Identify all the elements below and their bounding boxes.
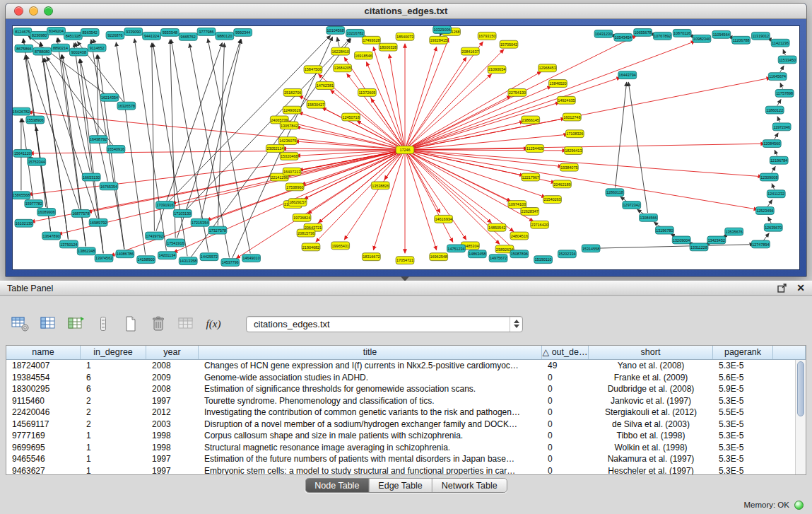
graph-node[interactable] bbox=[433, 26, 452, 33]
graph-node[interactable] bbox=[37, 209, 56, 216]
graph-node[interactable] bbox=[100, 182, 118, 190]
graph-node[interactable] bbox=[557, 96, 575, 104]
table-row[interactable]: 946554611997Estimation of the future num… bbox=[6, 453, 806, 465]
column-header-in-degree[interactable]: in_degree bbox=[81, 346, 146, 359]
column-header-short[interactable]: short bbox=[589, 346, 713, 359]
graph-node[interactable] bbox=[461, 47, 479, 55]
graph-node[interactable] bbox=[725, 228, 743, 235]
graph-node[interactable] bbox=[137, 256, 155, 264]
graph-node[interactable] bbox=[316, 82, 334, 90]
table-row[interactable]: 1938455462009Genome-wide association stu… bbox=[6, 372, 806, 384]
graph-node[interactable] bbox=[124, 28, 143, 35]
graph-node[interactable] bbox=[143, 32, 161, 40]
graph-node[interactable] bbox=[200, 253, 218, 261]
graph-node[interactable] bbox=[346, 29, 365, 37]
graph-node[interactable] bbox=[81, 28, 99, 36]
graph-node[interactable] bbox=[117, 102, 136, 110]
graph-node[interactable] bbox=[331, 47, 350, 55]
graph-node[interactable] bbox=[564, 147, 582, 155]
graph-node[interactable] bbox=[764, 223, 782, 231]
function-builder-button[interactable]: f(x) bbox=[203, 313, 224, 334]
tab-node-table[interactable]: Node Table bbox=[305, 479, 369, 492]
graph-node[interactable] bbox=[146, 232, 164, 240]
graph-node[interactable] bbox=[775, 89, 794, 97]
graph-node[interactable] bbox=[42, 232, 61, 240]
show-column-icon[interactable] bbox=[37, 313, 59, 334]
column-header-year[interactable]: year bbox=[146, 346, 199, 359]
graph-node[interactable] bbox=[208, 226, 227, 234]
graph-node[interactable] bbox=[614, 33, 632, 41]
graph-node[interactable] bbox=[521, 208, 539, 216]
graph-node[interactable] bbox=[216, 32, 234, 40]
graph-node[interactable] bbox=[772, 123, 791, 131]
graph-node[interactable] bbox=[89, 218, 107, 226]
graph-node[interactable] bbox=[116, 250, 134, 258]
graph-node[interactable] bbox=[286, 183, 304, 191]
graph-node[interactable] bbox=[89, 136, 107, 144]
network-graph-svg[interactable]: 1724611254409122179671097410314850542154… bbox=[13, 26, 799, 269]
graph-node[interactable] bbox=[15, 219, 33, 227]
graph-node[interactable] bbox=[707, 236, 726, 244]
graph-node[interactable] bbox=[531, 221, 549, 228]
graph-node[interactable] bbox=[60, 240, 78, 248]
graph-node[interactable] bbox=[107, 146, 125, 153]
graph-node[interactable] bbox=[640, 214, 658, 221]
graph-node[interactable] bbox=[288, 199, 307, 206]
graph-node[interactable] bbox=[690, 243, 708, 251]
graph-node[interactable] bbox=[334, 64, 352, 72]
graph-node[interactable] bbox=[526, 145, 544, 153]
graph-node[interactable] bbox=[355, 52, 373, 59]
graph-node[interactable] bbox=[280, 122, 298, 129]
graph-node[interactable] bbox=[623, 201, 641, 209]
graph-node[interactable] bbox=[478, 32, 496, 40]
graph-node[interactable] bbox=[396, 257, 414, 264]
graph-node[interactable] bbox=[563, 113, 581, 121]
close-window-icon[interactable] bbox=[14, 6, 23, 16]
graph-node[interactable] bbox=[266, 145, 284, 153]
graph-node[interactable] bbox=[33, 47, 52, 55]
new-table-icon[interactable] bbox=[120, 313, 141, 334]
graph-node[interactable] bbox=[510, 232, 529, 240]
graph-node[interactable] bbox=[770, 156, 788, 164]
graph-node[interactable] bbox=[166, 239, 184, 247]
graph-node[interactable] bbox=[52, 44, 70, 52]
graph-node[interactable] bbox=[197, 28, 216, 35]
graph-node[interactable] bbox=[221, 259, 240, 267]
graph-node[interactable] bbox=[283, 88, 302, 96]
graph-node[interactable] bbox=[100, 93, 119, 101]
graph-node[interactable] bbox=[283, 106, 301, 114]
create-column-icon[interactable] bbox=[65, 313, 86, 334]
column-header-title[interactable]: title bbox=[199, 346, 542, 359]
graph-node[interactable] bbox=[778, 56, 796, 64]
float-panel-icon[interactable] bbox=[777, 284, 787, 293]
graph-node[interactable] bbox=[767, 190, 785, 198]
graph-node[interactable] bbox=[693, 35, 711, 42]
graph-node[interactable] bbox=[362, 253, 380, 261]
graph-node[interactable] bbox=[396, 33, 414, 40]
minimize-window-icon[interactable] bbox=[29, 6, 38, 16]
graph-node[interactable] bbox=[606, 189, 624, 197]
graph-node[interactable] bbox=[558, 250, 576, 258]
graph-node[interactable] bbox=[488, 223, 506, 231]
table-row[interactable]: 1872400712008Changes of HCN gene express… bbox=[6, 360, 806, 372]
graph-node[interactable] bbox=[280, 152, 298, 160]
zoom-window-icon[interactable] bbox=[44, 6, 53, 16]
graph-node[interactable] bbox=[326, 26, 345, 34]
graph-node[interactable] bbox=[25, 200, 43, 208]
graph-node[interactable] bbox=[430, 36, 448, 44]
graph-node[interactable] bbox=[534, 256, 553, 264]
graph-node[interactable] bbox=[26, 116, 45, 124]
graph-node[interactable] bbox=[158, 252, 177, 259]
table-row[interactable]: 969969511998Structural magnetic resonanc… bbox=[6, 442, 806, 454]
graph-node[interactable] bbox=[522, 116, 540, 124]
graph-node[interactable] bbox=[13, 149, 32, 157]
graph-node[interactable] bbox=[95, 255, 113, 262]
graph-node[interactable] bbox=[71, 209, 90, 217]
column-header-out-degree[interactable]: △ out_de… bbox=[542, 346, 589, 359]
graph-node[interactable] bbox=[302, 243, 320, 251]
graph-node[interactable] bbox=[522, 173, 540, 181]
window-titlebar[interactable]: citations_edges.txt bbox=[6, 4, 806, 19]
graph-node[interactable] bbox=[508, 88, 526, 96]
graph-node[interactable] bbox=[106, 31, 124, 39]
graph-node[interactable] bbox=[468, 250, 486, 258]
